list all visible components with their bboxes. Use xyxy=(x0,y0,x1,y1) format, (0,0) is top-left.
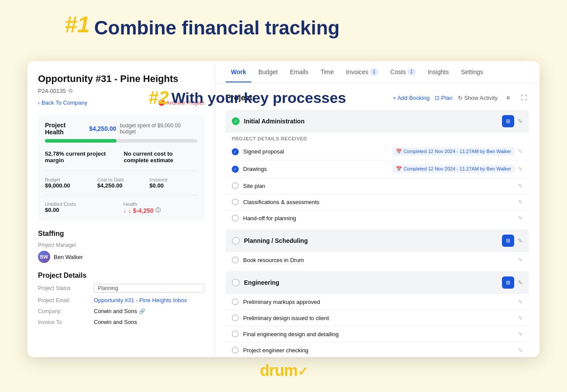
unbilled-item: Unbilled Costs $0.00 xyxy=(45,201,119,214)
progress-bar-fill xyxy=(45,139,117,143)
task-edit-icon-classifications[interactable]: ✎ xyxy=(518,199,523,205)
pm-role-label: Project Manager xyxy=(38,242,204,248)
unbilled-grid: Unbilled Costs $0.00 Health ↓ ↓ $-4,250 … xyxy=(45,195,197,214)
left-panel: Opportunity #31 - Pine Heights P24-00135… xyxy=(27,61,215,357)
page-header: #1 Combine financial tracking xyxy=(65,13,340,38)
task-circle-book-resources[interactable] xyxy=(232,256,239,263)
back-to-company-link[interactable]: ‹ Back To Company xyxy=(38,99,87,106)
phase-header-engineering[interactable]: Engineering⊞✎ xyxy=(226,271,529,294)
company-link-icon[interactable]: 🔗 xyxy=(139,308,145,314)
content-actions: + Add Booking ⊡ Plan ↻ Show Activity ≡ ⛶ xyxy=(393,92,529,103)
phase-header-initial-admin[interactable]: Initial Administration⊞✎ xyxy=(226,110,529,133)
task-row-project-engineer: Project engineer checking✎ xyxy=(226,342,529,357)
company-label: Company: xyxy=(38,308,90,314)
task-edit-icon-site-plan[interactable]: ✎ xyxy=(518,183,523,189)
status-label: Project Status xyxy=(38,285,90,291)
task-circle-site-plan[interactable] xyxy=(232,182,239,189)
tab-invoices[interactable]: Invoices1 xyxy=(341,62,383,83)
phase-edit-btn-planning-scheduling[interactable]: ✎ xyxy=(518,237,523,244)
task-circle-prelim-markups[interactable] xyxy=(232,298,239,305)
tab-budget[interactable]: Budget xyxy=(253,62,283,82)
task-right-final-engineering: ✎ xyxy=(518,331,523,337)
section-label-initial-admin: PROJECT DETAILS RECEIVED xyxy=(226,133,529,143)
health-subtitle: budget spent of $9,000.00 budget xyxy=(120,123,197,135)
tab-insights[interactable]: Insights xyxy=(423,62,454,82)
phase-header-planning-scheduling[interactable]: Planning / Scheduling⊞✎ xyxy=(226,229,529,252)
add-booking-btn[interactable]: + Add Booking xyxy=(393,95,430,101)
budget-value: $9,000.00 xyxy=(45,182,93,189)
project-details-title: Project Details xyxy=(38,272,204,280)
phase-circle-planning-scheduling[interactable] xyxy=(232,237,240,245)
task-row-prelim-design: Preliminary design issued to client✎ xyxy=(226,310,529,326)
copy-icon[interactable]: ⧉ xyxy=(69,87,72,94)
tab-settings[interactable]: Settings xyxy=(456,62,488,82)
task-name-classifications: Classifications & assessments xyxy=(243,199,320,205)
task-row-hand-off: Hand-off for planning✎ xyxy=(226,210,529,226)
project-health-section: Project Health $4,250.00 budget spent of… xyxy=(38,115,204,221)
task-circle-final-engineering[interactable] xyxy=(232,331,239,337)
task-edit-icon-prelim-markups[interactable]: ✎ xyxy=(518,299,523,305)
phase-circle-initial-admin[interactable] xyxy=(232,117,240,125)
plan-btn[interactable]: ⊡ Plan xyxy=(435,95,453,101)
drum-btn-planning-scheduling[interactable]: ⊞ xyxy=(502,235,514,247)
health-info-icon[interactable]: ⓘ xyxy=(155,207,161,214)
phase-edit-btn-initial-admin[interactable]: ✎ xyxy=(518,118,523,125)
task-name-signed-proposal: Signed proposal xyxy=(243,148,284,155)
task-circle-drawings[interactable] xyxy=(232,166,239,173)
task-circle-project-engineer[interactable] xyxy=(232,347,239,354)
tab-emails[interactable]: Emails xyxy=(285,62,313,82)
task-name-project-engineer: Project engineer checking xyxy=(243,347,309,354)
tab-costs[interactable]: Costs1 xyxy=(385,62,421,83)
task-edit-icon-drawings[interactable]: ✎ xyxy=(518,166,523,172)
pm-avatar: BW xyxy=(38,251,50,263)
drum-icon-engineering: ⊞ xyxy=(506,280,510,286)
task-name-hand-off: Hand-off for planning xyxy=(243,215,296,222)
task-completed-badge-signed-proposal: 📅 Completed 12 Nov 2024 - 11:27AM by Ben… xyxy=(392,147,515,156)
task-right-project-engineer: ✎ xyxy=(518,347,523,354)
task-name-book-resources: Book resources in Drum xyxy=(243,257,304,263)
opportunity-title: Opportunity #31 - Pine Heights xyxy=(38,73,204,85)
task-circle-signed-proposal[interactable] xyxy=(232,148,239,155)
invoice-label: Invoice To: xyxy=(38,319,90,325)
health-fin-label: Health xyxy=(124,201,198,207)
cost-to-date-item: Cost to Date $4,250.00 xyxy=(97,177,145,189)
task-row-site-plan: Site plan✎ xyxy=(226,178,529,194)
email-value[interactable]: Opportunity #31 - Pine Heights Inbox xyxy=(94,297,204,303)
task-edit-icon-final-engineering[interactable]: ✎ xyxy=(518,331,523,337)
progress-bar-background xyxy=(45,139,197,143)
drum-btn-initial-admin[interactable]: ⊞ xyxy=(502,115,514,127)
health-amount: $4,250.00 xyxy=(89,125,116,132)
task-right-drawings: 📅 Completed 12 Nov 2024 - 11:27AM by Ben… xyxy=(392,165,523,173)
drum-btn-engineering[interactable]: ⊞ xyxy=(502,276,514,289)
right-panel: WorkBudgetEmailsTimeInvoices1Costs1Insig… xyxy=(215,61,540,357)
task-row-signed-proposal: Signed proposal📅 Completed 12 Nov 2024 -… xyxy=(226,143,529,160)
project-id: P24-00135 xyxy=(38,88,66,94)
archive-project-link[interactable]: 🔴 Archive Project xyxy=(158,99,204,106)
task-circle-prelim-design[interactable] xyxy=(232,314,239,321)
staffing-section: Staffing Project Manager BW Ben Walker xyxy=(38,230,204,263)
show-activity-btn[interactable]: ↻ Show Activity xyxy=(458,95,498,101)
phase-edit-btn-engineering[interactable]: ✎ xyxy=(518,279,523,286)
task-edit-icon-book-resources[interactable]: ✎ xyxy=(518,257,523,263)
email-row: Project Email: Opportunity #31 - Pine He… xyxy=(38,297,204,303)
phase-header-left-planning-scheduling: Planning / Scheduling xyxy=(232,237,308,245)
cost-to-date-value: $4,250.00 xyxy=(97,182,145,189)
task-edit-icon-project-engineer[interactable]: ✎ xyxy=(518,347,523,354)
phase-circle-engineering[interactable] xyxy=(232,279,240,286)
filter-icon[interactable]: ≡ xyxy=(503,92,513,103)
phase-name-engineering: Engineering xyxy=(244,279,279,286)
drum-logo: drum✓ xyxy=(260,361,307,380)
company-value: Corwin and Sons 🔗 xyxy=(94,308,204,314)
task-circle-hand-off[interactable] xyxy=(232,215,239,222)
task-edit-icon-prelim-design[interactable]: ✎ xyxy=(518,315,523,321)
task-edit-icon-signed-proposal[interactable]: ✎ xyxy=(518,148,523,155)
tab-time[interactable]: Time xyxy=(315,62,339,82)
content-header: Project + Add Booking ⊡ Plan ↻ Show Acti… xyxy=(226,92,529,103)
task-circle-classifications[interactable] xyxy=(232,198,239,205)
budget-item: Budget $9,000.00 xyxy=(45,177,93,189)
expand-icon[interactable]: ⛶ xyxy=(519,92,529,103)
task-edit-icon-hand-off[interactable]: ✎ xyxy=(518,215,523,222)
task-name-prelim-markups: Preliminary markups approved xyxy=(243,299,320,305)
metrics-grid: 52.78% current project margin No current… xyxy=(45,150,197,164)
tab-work[interactable]: Work xyxy=(226,62,251,82)
